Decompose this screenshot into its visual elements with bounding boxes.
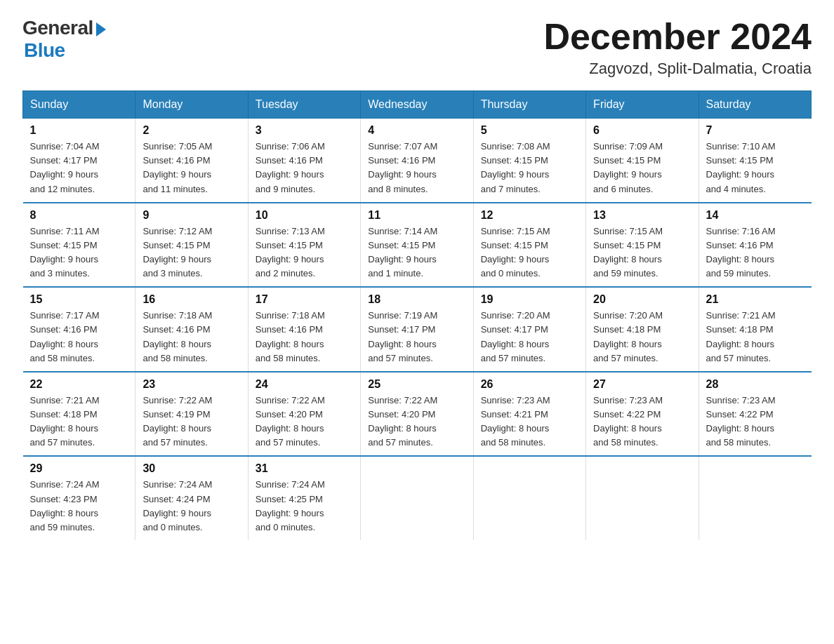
- weekday-header-row: SundayMondayTuesdayWednesdayThursdayFrid…: [23, 91, 812, 119]
- day-number: 26: [481, 378, 578, 391]
- day-info: Sunrise: 7:16 AM Sunset: 4:16 PM Dayligh…: [706, 224, 805, 281]
- calendar-subtitle: Zagvozd, Split-Dalmatia, Croatia: [543, 60, 812, 78]
- day-info: Sunrise: 7:10 AM Sunset: 4:15 PM Dayligh…: [706, 140, 805, 196]
- calendar-title: December 2024: [543, 17, 812, 57]
- day-number: 23: [143, 378, 240, 391]
- calendar-cell: 20Sunrise: 7:20 AM Sunset: 4:18 PM Dayli…: [586, 287, 699, 372]
- calendar-cell: 15Sunrise: 7:17 AM Sunset: 4:16 PM Dayli…: [23, 287, 135, 372]
- day-info: Sunrise: 7:14 AM Sunset: 4:15 PM Dayligh…: [368, 224, 465, 281]
- weekday-header-monday: Monday: [135, 91, 248, 119]
- day-number: 21: [706, 293, 805, 306]
- day-number: 17: [256, 293, 353, 306]
- weekday-header-tuesday: Tuesday: [248, 91, 360, 119]
- calendar-cell: [699, 456, 811, 540]
- day-number: 11: [368, 209, 465, 222]
- calendar-cell: 2Sunrise: 7:05 AM Sunset: 4:16 PM Daylig…: [135, 119, 248, 203]
- day-info: Sunrise: 7:06 AM Sunset: 4:16 PM Dayligh…: [256, 140, 353, 196]
- calendar-cell: 23Sunrise: 7:22 AM Sunset: 4:19 PM Dayli…: [135, 372, 248, 457]
- day-info: Sunrise: 7:13 AM Sunset: 4:15 PM Dayligh…: [256, 224, 353, 281]
- day-info: Sunrise: 7:22 AM Sunset: 4:20 PM Dayligh…: [368, 394, 465, 450]
- calendar-cell: 13Sunrise: 7:15 AM Sunset: 4:15 PM Dayli…: [586, 203, 699, 288]
- day-info: Sunrise: 7:23 AM Sunset: 4:22 PM Dayligh…: [706, 394, 805, 450]
- calendar-cell: 28Sunrise: 7:23 AM Sunset: 4:22 PM Dayli…: [699, 372, 811, 457]
- logo: General Blue: [22, 17, 106, 62]
- day-number: 8: [30, 209, 128, 222]
- calendar-cell: 14Sunrise: 7:16 AM Sunset: 4:16 PM Dayli…: [699, 203, 811, 288]
- weekday-header-saturday: Saturday: [699, 91, 811, 119]
- calendar-cell: 30Sunrise: 7:24 AM Sunset: 4:24 PM Dayli…: [135, 456, 248, 540]
- calendar-cell: 26Sunrise: 7:23 AM Sunset: 4:21 PM Dayli…: [473, 372, 585, 457]
- day-number: 19: [481, 293, 578, 306]
- calendar-cell: 21Sunrise: 7:21 AM Sunset: 4:18 PM Dayli…: [699, 287, 811, 372]
- calendar-cell: 3Sunrise: 7:06 AM Sunset: 4:16 PM Daylig…: [248, 119, 360, 203]
- calendar-week-row: 22Sunrise: 7:21 AM Sunset: 4:18 PM Dayli…: [23, 372, 812, 457]
- calendar-week-row: 15Sunrise: 7:17 AM Sunset: 4:16 PM Dayli…: [23, 287, 812, 372]
- calendar-week-row: 8Sunrise: 7:11 AM Sunset: 4:15 PM Daylig…: [23, 203, 812, 288]
- calendar-cell: 29Sunrise: 7:24 AM Sunset: 4:23 PM Dayli…: [23, 456, 135, 540]
- calendar-cell: 1Sunrise: 7:04 AM Sunset: 4:17 PM Daylig…: [23, 119, 135, 203]
- day-number: 4: [368, 124, 465, 137]
- day-number: 18: [368, 293, 465, 306]
- weekday-header-sunday: Sunday: [23, 91, 135, 119]
- day-number: 7: [706, 124, 805, 137]
- day-number: 2: [143, 124, 240, 137]
- logo-arrow-icon: [96, 22, 106, 36]
- logo-general-text: General: [22, 17, 93, 39]
- calendar-cell: 19Sunrise: 7:20 AM Sunset: 4:17 PM Dayli…: [473, 287, 585, 372]
- day-info: Sunrise: 7:22 AM Sunset: 4:20 PM Dayligh…: [256, 394, 353, 450]
- day-number: 3: [256, 124, 353, 137]
- day-number: 25: [368, 378, 465, 391]
- day-number: 9: [143, 209, 240, 222]
- day-info: Sunrise: 7:18 AM Sunset: 4:16 PM Dayligh…: [143, 309, 240, 365]
- day-info: Sunrise: 7:21 AM Sunset: 4:18 PM Dayligh…: [706, 309, 805, 365]
- day-info: Sunrise: 7:20 AM Sunset: 4:17 PM Dayligh…: [481, 309, 578, 365]
- calendar-cell: 22Sunrise: 7:21 AM Sunset: 4:18 PM Dayli…: [23, 372, 135, 457]
- day-number: 20: [593, 293, 691, 306]
- weekday-header-wednesday: Wednesday: [361, 91, 473, 119]
- day-info: Sunrise: 7:24 AM Sunset: 4:25 PM Dayligh…: [256, 478, 353, 535]
- day-info: Sunrise: 7:19 AM Sunset: 4:17 PM Dayligh…: [368, 309, 465, 365]
- day-info: Sunrise: 7:15 AM Sunset: 4:15 PM Dayligh…: [593, 224, 691, 281]
- day-info: Sunrise: 7:24 AM Sunset: 4:24 PM Dayligh…: [143, 478, 240, 535]
- day-number: 10: [256, 209, 353, 222]
- calendar-cell: 24Sunrise: 7:22 AM Sunset: 4:20 PM Dayli…: [248, 372, 360, 457]
- day-info: Sunrise: 7:18 AM Sunset: 4:16 PM Dayligh…: [256, 309, 353, 365]
- calendar-cell: 4Sunrise: 7:07 AM Sunset: 4:16 PM Daylig…: [361, 119, 473, 203]
- calendar-cell: 25Sunrise: 7:22 AM Sunset: 4:20 PM Dayli…: [361, 372, 473, 457]
- calendar-cell: 9Sunrise: 7:12 AM Sunset: 4:15 PM Daylig…: [135, 203, 248, 288]
- page-header: General Blue December 2024 Zagvozd, Spli…: [22, 17, 812, 78]
- day-number: 22: [30, 378, 128, 391]
- calendar-cell: [361, 456, 473, 540]
- day-number: 24: [256, 378, 353, 391]
- calendar-cell: 18Sunrise: 7:19 AM Sunset: 4:17 PM Dayli…: [361, 287, 473, 372]
- day-info: Sunrise: 7:09 AM Sunset: 4:15 PM Dayligh…: [593, 140, 691, 196]
- calendar-cell: 7Sunrise: 7:10 AM Sunset: 4:15 PM Daylig…: [699, 119, 811, 203]
- weekday-header-friday: Friday: [586, 91, 699, 119]
- day-number: 13: [593, 209, 691, 222]
- calendar-week-row: 1Sunrise: 7:04 AM Sunset: 4:17 PM Daylig…: [23, 119, 812, 203]
- day-info: Sunrise: 7:05 AM Sunset: 4:16 PM Dayligh…: [143, 140, 240, 196]
- day-info: Sunrise: 7:24 AM Sunset: 4:23 PM Dayligh…: [30, 478, 128, 535]
- day-number: 31: [256, 462, 353, 475]
- day-number: 1: [30, 124, 128, 137]
- day-number: 29: [30, 462, 128, 475]
- day-info: Sunrise: 7:15 AM Sunset: 4:15 PM Dayligh…: [481, 224, 578, 281]
- calendar-cell: 31Sunrise: 7:24 AM Sunset: 4:25 PM Dayli…: [248, 456, 360, 540]
- day-info: Sunrise: 7:07 AM Sunset: 4:16 PM Dayligh…: [368, 140, 465, 196]
- day-number: 5: [481, 124, 578, 137]
- title-block: December 2024 Zagvozd, Split-Dalmatia, C…: [543, 17, 812, 78]
- calendar-cell: 12Sunrise: 7:15 AM Sunset: 4:15 PM Dayli…: [473, 203, 585, 288]
- calendar-cell: [586, 456, 699, 540]
- calendar-cell: 27Sunrise: 7:23 AM Sunset: 4:22 PM Dayli…: [586, 372, 699, 457]
- day-info: Sunrise: 7:12 AM Sunset: 4:15 PM Dayligh…: [143, 224, 240, 281]
- day-number: 15: [30, 293, 128, 306]
- day-info: Sunrise: 7:23 AM Sunset: 4:21 PM Dayligh…: [481, 394, 578, 450]
- day-number: 16: [143, 293, 240, 306]
- calendar-cell: 11Sunrise: 7:14 AM Sunset: 4:15 PM Dayli…: [361, 203, 473, 288]
- day-info: Sunrise: 7:22 AM Sunset: 4:19 PM Dayligh…: [143, 394, 240, 450]
- day-info: Sunrise: 7:17 AM Sunset: 4:16 PM Dayligh…: [30, 309, 128, 365]
- day-info: Sunrise: 7:08 AM Sunset: 4:15 PM Dayligh…: [481, 140, 578, 196]
- day-info: Sunrise: 7:23 AM Sunset: 4:22 PM Dayligh…: [593, 394, 691, 450]
- calendar-cell: 16Sunrise: 7:18 AM Sunset: 4:16 PM Dayli…: [135, 287, 248, 372]
- day-info: Sunrise: 7:21 AM Sunset: 4:18 PM Dayligh…: [30, 394, 128, 450]
